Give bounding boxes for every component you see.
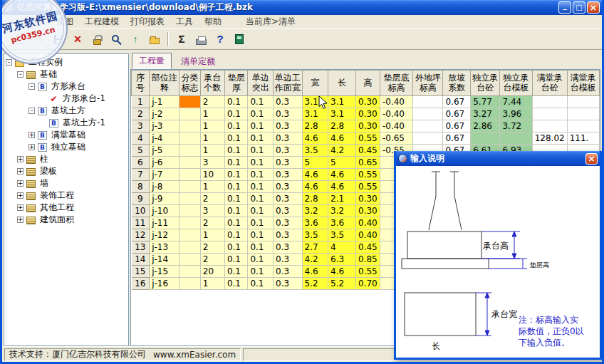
table-cell[interactable]: -0.65 (380, 132, 412, 145)
table-cell[interactable]: 4.6 (328, 181, 356, 193)
table-cell[interactable]: 2.8 (302, 193, 328, 205)
table-cell[interactable]: 4.6 (328, 266, 356, 278)
tree-expander-icon[interactable] (6, 59, 12, 66)
table-cell[interactable] (179, 217, 201, 229)
tree-item[interactable]: 梁板 (5, 165, 127, 177)
table-cell[interactable]: 3.1 (328, 108, 356, 120)
table-cell[interactable]: 0.1 (224, 145, 247, 157)
dialog-close-button[interactable] (585, 153, 598, 165)
table-cell[interactable]: 4.6 (302, 181, 328, 193)
table-cell[interactable]: 1 (200, 145, 224, 157)
table-cell[interactable]: j-10 (150, 205, 179, 217)
table-cell[interactable]: j-7 (150, 169, 179, 181)
tree-item[interactable]: 其他工程 (5, 202, 127, 214)
table-cell[interactable]: 4.6 (302, 169, 328, 181)
table-cell[interactable]: 0.1 (224, 96, 247, 108)
calculator-button[interactable] (230, 31, 249, 48)
table-cell[interactable]: 0.67 (443, 120, 471, 132)
row-number[interactable]: 3 (132, 120, 150, 132)
table-cell[interactable] (179, 241, 201, 254)
table-cell[interactable]: 3.5 (302, 229, 328, 241)
table-cell[interactable] (179, 145, 201, 157)
table-cell[interactable]: 0.3 (274, 278, 303, 290)
table-cell[interactable]: 0.40 (356, 229, 380, 241)
table-cell[interactable]: j-9 (150, 193, 179, 205)
table-cell[interactable]: 3.1 (302, 108, 328, 120)
table-cell[interactable]: 0.1 (224, 229, 247, 241)
table-cell[interactable]: 1 (200, 108, 224, 120)
table-cell[interactable] (179, 254, 201, 266)
table-cell[interactable]: 3.5 (328, 229, 356, 241)
find-button[interactable] (107, 31, 125, 48)
tab-quantities[interactable]: 工程量 (132, 53, 172, 69)
table-cell[interactable]: 10 (200, 169, 224, 181)
row-number[interactable]: 8 (132, 181, 150, 193)
move-up-button[interactable] (126, 31, 145, 48)
tree-expander-icon[interactable] (17, 156, 24, 162)
table-cell[interactable]: 3.1 (328, 96, 356, 108)
table-cell[interactable]: 0.3 (274, 96, 303, 108)
table-cell[interactable]: j-4 (150, 132, 179, 145)
table-cell[interactable]: 0.55 (356, 181, 380, 193)
row-number[interactable]: 1 (132, 96, 150, 108)
table-cell[interactable]: 2 (200, 241, 224, 254)
table-cell[interactable]: 0.3 (274, 254, 303, 266)
table-cell[interactable] (413, 120, 443, 132)
table-cell[interactable]: 2.86 (471, 120, 500, 132)
table-cell[interactable] (532, 96, 567, 108)
tree-expander-icon[interactable] (17, 204, 24, 211)
table-cell[interactable]: j-13 (150, 241, 179, 254)
table-cell[interactable]: 0.30 (356, 120, 380, 132)
row-number[interactable]: 11 (132, 217, 150, 229)
table-cell[interactable]: 6.3 (328, 254, 356, 266)
table-cell[interactable] (179, 157, 201, 169)
table-cell[interactable]: 0.3 (274, 266, 303, 278)
table-cell[interactable]: 3.6 (328, 217, 356, 229)
table-cell[interactable]: 3.72 (500, 120, 532, 132)
tree-item[interactable]: 基坑土方 (5, 105, 127, 117)
menu-item[interactable]: 当前库>清单 (240, 14, 301, 29)
table-cell[interactable] (179, 108, 201, 120)
sum-button[interactable] (172, 31, 191, 48)
row-number[interactable]: 15 (132, 266, 150, 278)
table-cell[interactable]: 0.3 (274, 229, 303, 241)
export-button[interactable] (145, 31, 164, 48)
table-cell[interactable]: j-15 (150, 266, 179, 278)
table-cell[interactable]: 0.1 (248, 278, 274, 290)
table-cell[interactable]: 0.65 (356, 157, 380, 169)
table-cell[interactable] (179, 169, 201, 181)
table-cell[interactable] (567, 108, 599, 120)
table-cell[interactable] (567, 96, 599, 108)
tree-expander-icon[interactable] (17, 71, 24, 78)
tree-item[interactable]: 方形承台 (5, 80, 127, 93)
table-cell[interactable]: 0.70 (356, 278, 380, 290)
table-cell[interactable]: 3 (200, 157, 224, 169)
maximize-button[interactable] (573, 1, 585, 14)
print-button[interactable] (192, 31, 210, 48)
table-cell[interactable]: 3.5 (302, 145, 328, 157)
table-cell[interactable] (179, 132, 201, 145)
table-cell[interactable]: 0.67 (443, 96, 471, 108)
table-cell[interactable]: 0.1 (224, 181, 247, 193)
table-cell[interactable]: 0.1 (248, 181, 274, 193)
table-cell[interactable]: 2 (200, 96, 224, 108)
table-cell[interactable]: 0.1 (224, 132, 247, 145)
table-cell[interactable]: 0.1 (248, 229, 274, 241)
table-cell[interactable]: 0.3 (274, 205, 303, 217)
table-cell[interactable]: 2 (200, 254, 224, 266)
table-cell[interactable]: 0.3 (274, 241, 303, 254)
close-button[interactable] (587, 1, 600, 14)
table-cell[interactable]: 0.1 (224, 205, 247, 217)
table-cell[interactable]: 1 (200, 120, 224, 132)
row-number[interactable]: 13 (132, 241, 150, 254)
tree-item[interactable]: 基坑土方-1 (5, 117, 127, 129)
table-cell[interactable]: -0.40 (380, 108, 412, 120)
table-cell[interactable]: j-1 (150, 96, 179, 108)
tree-item[interactable]: 方形承台-1 (5, 93, 127, 105)
table-cell[interactable]: 0.55 (356, 266, 380, 278)
table-cell[interactable]: 4.6 (302, 266, 328, 278)
tab-list-quota[interactable]: 清单定额 (175, 54, 222, 69)
tree-expander-icon[interactable] (28, 83, 35, 90)
table-cell[interactable]: 128.02 (532, 132, 567, 145)
table-cell[interactable]: 0.1 (224, 169, 247, 181)
